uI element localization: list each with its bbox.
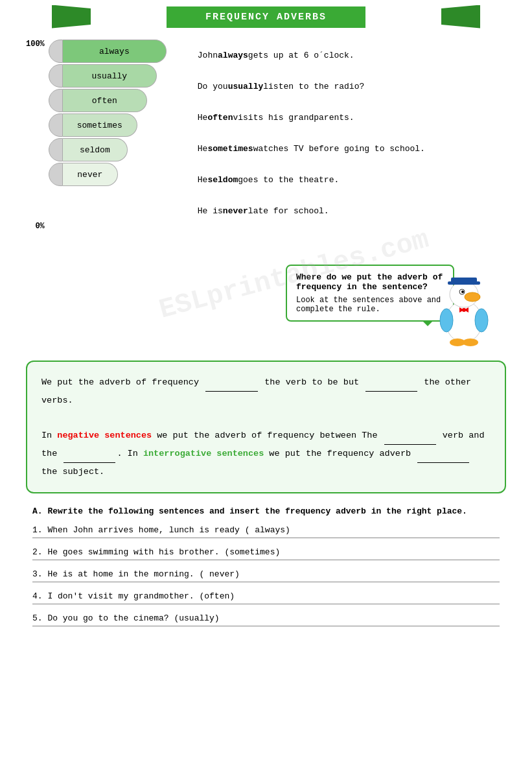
- exercise-item-3: 3. He is at home in the morning. ( never…: [32, 569, 500, 582]
- page-title: FREQUENCY ADVERBS: [167, 6, 365, 28]
- adverb-bar-usually: usually: [63, 64, 157, 88]
- exercise-item-text-3: 3. He is at home in the morning. ( never…: [32, 569, 500, 579]
- svg-rect-3: [448, 281, 480, 285]
- exercise-item-1: 1. When John arrives home, lunch is read…: [32, 525, 500, 538]
- adverb-bar-row: never: [49, 163, 178, 186]
- adverb-bar-never: never: [63, 163, 118, 186]
- sentence-seldom: He seldom goes to the theatre.: [198, 164, 506, 195]
- svg-point-11: [475, 309, 488, 332]
- adverb-bar-row: often: [49, 89, 178, 112]
- main-content: 100% 0% alwaysusuallyoftensometimesseldo…: [0, 33, 532, 648]
- sentences-column: John always gets up at 6 o´clock.Do you …: [198, 40, 506, 226]
- sentence-usually: Do you usually listen to the radio?: [198, 71, 506, 102]
- bar-tail: [49, 40, 63, 63]
- ribbon-right: [441, 5, 480, 29]
- sentence-always: John always gets up at 6 o´clock.: [198, 40, 506, 71]
- blank3[interactable]: [384, 427, 436, 445]
- duck-character: [435, 270, 493, 341]
- svg-point-4: [465, 292, 480, 302]
- ribbon-left: [52, 5, 91, 29]
- exercise-line-1[interactable]: [32, 538, 500, 538]
- speech-bubble-area: Where do we put the adverb of frequency …: [26, 237, 506, 322]
- adverb-bars: alwaysusuallyoftensometimesseldomnever: [49, 40, 178, 187]
- sentence-never: He is never late for school.: [198, 195, 506, 226]
- speech-bubble-question: Where do we put the adverb of frequency …: [296, 272, 444, 292]
- exercise-item-5: 5. Do you go to the cinema? (usually): [32, 613, 500, 626]
- scale-0: 0%: [35, 222, 44, 231]
- svg-point-10: [440, 309, 453, 332]
- adverb-bar-row: sometimes: [49, 113, 178, 137]
- blank4[interactable]: [64, 445, 115, 463]
- exercise-line-3[interactable]: [32, 582, 500, 582]
- exercise-a-header: A. Rewrite the following sentences and i…: [32, 506, 500, 516]
- speech-bubble-instruction: Look at the sentences above and complete…: [296, 296, 444, 314]
- header: FREQUENCY ADVERBS: [0, 0, 532, 33]
- exercises-section: A. Rewrite the following sentences and i…: [26, 506, 506, 626]
- exercise-item-text-1: 1. When John arrives home, lunch is read…: [32, 525, 500, 535]
- svg-point-9: [462, 308, 466, 312]
- sentence-often: He often visits his grandparents.: [198, 102, 506, 133]
- exercise-line-5[interactable]: [32, 626, 500, 626]
- adverb-bar-seldom: seldom: [63, 138, 128, 161]
- speech-bubble: Where do we put the adverb of frequency …: [286, 265, 454, 322]
- bar-tail: [49, 138, 63, 161]
- exercise-items-container: 1. When John arrives home, lunch is read…: [32, 525, 500, 626]
- exercise-item-text-2: 2. He goes swimming with his brother. (s…: [32, 547, 500, 557]
- adverb-bar-row: usually: [49, 64, 178, 88]
- scale-100: 100%: [26, 40, 45, 49]
- rule-line2: In negative sentences we put the adverb …: [41, 427, 491, 480]
- negative-sentences-label: negative sentences: [57, 431, 152, 440]
- adverb-bar-always: always: [63, 40, 167, 63]
- bar-tail: [49, 113, 63, 137]
- bar-tail: [49, 89, 63, 112]
- chart-section: 100% 0% alwaysusuallyoftensometimesseldo…: [26, 40, 506, 231]
- exercise-item-text-4: 4. I don't visit my grandmother. (often): [32, 591, 500, 601]
- exercise-item-2: 2. He goes swimming with his brother. (s…: [32, 547, 500, 560]
- blank5[interactable]: [417, 445, 469, 463]
- interrogative-sentences-label: interrogative sentences: [143, 449, 264, 458]
- bar-tail: [49, 163, 63, 186]
- adverb-bar-row: seldom: [49, 138, 178, 161]
- exercise-item-4: 4. I don't visit my grandmother. (often): [32, 591, 500, 604]
- adverb-bar-sometimes: sometimes: [63, 113, 137, 137]
- exercise-line-2[interactable]: [32, 560, 500, 560]
- scale-labels: 100% 0%: [26, 40, 49, 231]
- bar-tail: [49, 64, 63, 88]
- blank2[interactable]: [365, 373, 417, 392]
- blank1[interactable]: [205, 373, 258, 392]
- exercise-item-text-5: 5. Do you go to the cinema? (usually): [32, 613, 500, 623]
- adverb-bar-row: always: [49, 40, 178, 63]
- rule-box: We put the adverb of frequency the verb …: [26, 361, 506, 493]
- exercise-line-4[interactable]: [32, 604, 500, 604]
- sentence-sometimes: He sometimes watches TV before going to …: [198, 133, 506, 164]
- rule-line1: We put the adverb of frequency the verb …: [41, 373, 491, 409]
- adverb-bar-often: often: [63, 89, 147, 112]
- svg-point-13: [463, 338, 478, 346]
- svg-point-6: [461, 290, 464, 293]
